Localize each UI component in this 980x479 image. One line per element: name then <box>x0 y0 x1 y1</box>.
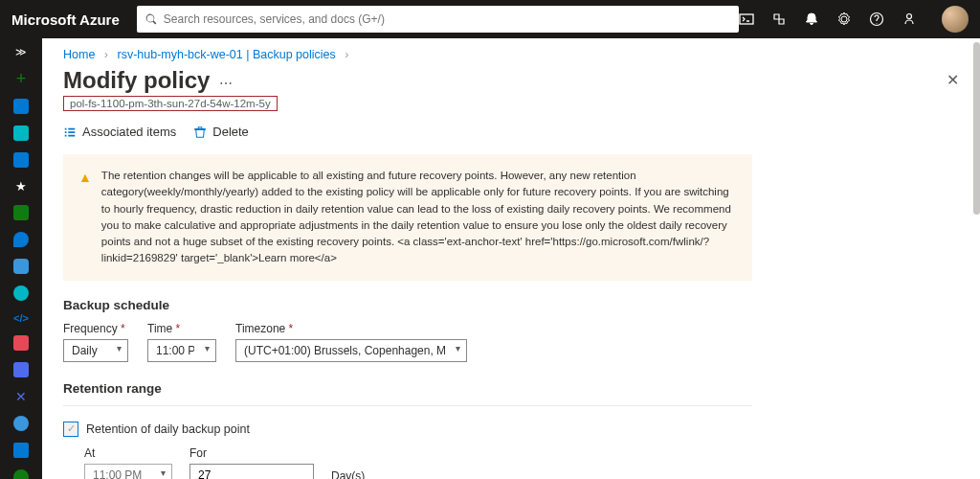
nav-sql-icon[interactable] <box>12 259 30 274</box>
daily-at-select: 11:00 PM <box>84 464 172 480</box>
brand: Microsoft Azure <box>11 11 120 28</box>
trash-icon <box>193 125 207 139</box>
scrollbar-thumb[interactable] <box>973 42 980 215</box>
search-box[interactable] <box>137 6 739 33</box>
schedule-row: Frequency * Daily Time * 11:00 PM Timezo… <box>63 322 959 362</box>
notifications-icon[interactable] <box>804 11 819 27</box>
time-label: Time * <box>147 322 216 335</box>
nav-expand-icon[interactable]: ≫ <box>12 46 30 58</box>
list-icon <box>63 125 77 139</box>
nav-create-icon[interactable]: + <box>12 70 30 87</box>
nav-home-icon[interactable] <box>12 99 30 114</box>
time-select[interactable]: 11:00 PM <box>147 339 216 362</box>
top-bar: Microsoft Azure <box>0 0 980 38</box>
toolbar: Associated items Delete <box>63 125 959 148</box>
at-label: At <box>84 446 172 460</box>
svg-point-2 <box>907 14 912 19</box>
nav-monitor-icon[interactable] <box>12 335 30 351</box>
daily-for-unit: Day(s) <box>331 469 365 480</box>
frequency-label: Frequency * <box>63 322 128 335</box>
breadcrumb: Home › rsv-hub-myh-bck-we-01 | Backup po… <box>63 48 959 61</box>
warning-banner: ▲ The retention changes will be applicab… <box>63 154 752 281</box>
nav-favorites-icon[interactable]: ★ <box>12 179 30 194</box>
warning-text: The retention changes will be applicable… <box>101 168 737 267</box>
retention-daily: ✓ Retention of daily backup point At 11:… <box>63 422 752 480</box>
warning-icon: ▲ <box>78 168 92 267</box>
chevron-right-icon: › <box>104 48 108 61</box>
nav-resource-groups-icon[interactable] <box>12 205 30 220</box>
daily-checkbox: ✓ <box>63 422 78 437</box>
nav-storage-icon[interactable] <box>12 416 30 431</box>
nav-load-balancer-icon[interactable]: ✕ <box>12 389 30 404</box>
schedule-heading: Backup schedule <box>63 298 959 312</box>
nav-all-services-icon[interactable] <box>12 152 30 168</box>
breadcrumb-vault[interactable]: rsv-hub-myh-bck-we-01 | Backup policies <box>117 48 335 61</box>
search-icon <box>145 12 158 26</box>
associated-items-button[interactable]: Associated items <box>63 125 176 139</box>
cloud-shell-icon[interactable] <box>739 11 754 27</box>
svg-rect-0 <box>740 14 753 24</box>
timezone-label: Timezone * <box>235 322 467 335</box>
nav-aad-icon[interactable] <box>12 469 30 479</box>
frequency-select[interactable]: Daily <box>63 339 128 362</box>
help-icon[interactable] <box>869 11 884 27</box>
policy-name: pol-fs-1100-pm-3th-sun-27d-54w-12m-5y <box>63 96 278 111</box>
nav-cosmos-icon[interactable] <box>12 285 30 301</box>
daily-for-input[interactable] <box>189 464 314 480</box>
daily-label: Retention of daily backup point <box>86 422 250 436</box>
for-label: For <box>189 446 314 460</box>
settings-icon[interactable] <box>836 11 852 27</box>
delete-button[interactable]: Delete <box>193 125 249 139</box>
nav-dashboard-icon[interactable] <box>12 125 30 141</box>
assoc-label: Associated items <box>82 125 176 139</box>
retention-heading: Retention range <box>63 381 752 406</box>
timezone-select[interactable]: (UTC+01:00) Brussels, Copenhagen, Madrid… <box>235 339 467 362</box>
left-nav: ≫ + ★ </> ✕ <box>0 38 42 479</box>
top-icons <box>739 6 969 33</box>
page-title: Modify policy <box>63 67 210 94</box>
nav-app-services-icon[interactable] <box>12 232 30 247</box>
more-menu-icon[interactable]: ⋯ <box>219 76 233 91</box>
breadcrumb-home[interactable]: Home <box>63 48 95 61</box>
directories-icon[interactable] <box>771 11 787 27</box>
nav-vm-icon[interactable] <box>12 362 30 377</box>
chevron-right-icon: › <box>345 48 348 61</box>
delete-label: Delete <box>212 125 249 139</box>
feedback-icon[interactable] <box>902 11 917 27</box>
nav-vnet-icon[interactable] <box>12 443 30 458</box>
main-content: Home › rsv-hub-myh-bck-we-01 | Backup po… <box>42 38 980 479</box>
search-input[interactable] <box>164 12 731 26</box>
avatar[interactable] <box>942 6 969 33</box>
nav-functions-icon[interactable]: </> <box>12 312 30 324</box>
close-icon[interactable]: ✕ <box>947 71 959 89</box>
